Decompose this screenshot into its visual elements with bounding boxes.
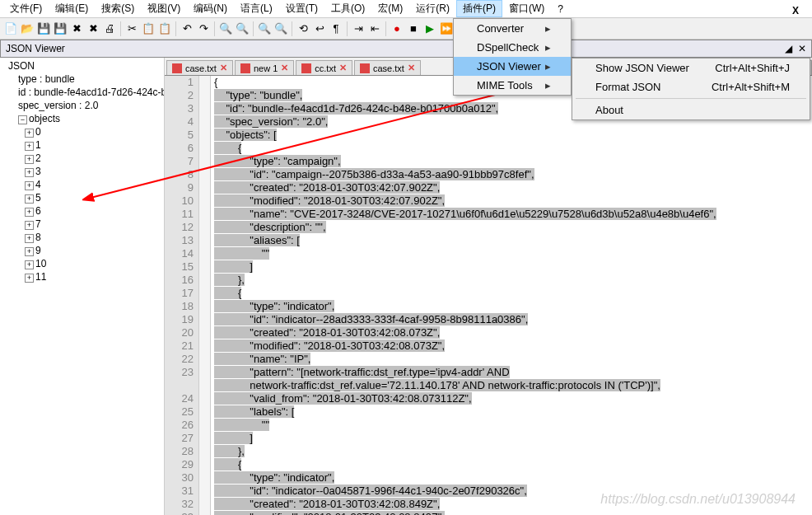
wrap-icon[interactable]: ↩ [312, 21, 327, 36]
menu-edit[interactable]: 编辑(E) [49, 0, 95, 17]
find-icon[interactable]: 🔍 [218, 21, 233, 36]
play-multi-icon[interactable]: ⏩ [439, 21, 454, 36]
replace-icon[interactable]: 🔍 [235, 21, 250, 36]
shortcut-label: Ctrl+Alt+Shift+M [712, 81, 790, 93]
zoom-out-icon[interactable]: 🔍 [273, 21, 288, 36]
expand-icon[interactable]: + [25, 155, 34, 164]
expand-icon[interactable]: + [25, 194, 34, 204]
expand-icon[interactable]: + [25, 129, 34, 138]
zoom-in-icon[interactable]: 🔍 [257, 21, 272, 36]
toolbar-separator [214, 21, 215, 36]
expand-icon[interactable]: + [25, 168, 34, 177]
undo-icon[interactable]: ↶ [180, 21, 194, 36]
toolbar: 📄 📂 💾 💾 ✖ ✖ 🖨 ✂ 📋 📋 ↶ ↷ 🔍 🔍 🔍 🔍 ⟲ ↩ ¶ ⇥ … [0, 18, 812, 40]
outdent-icon[interactable]: ⇤ [367, 21, 382, 36]
collapse-icon[interactable]: − [18, 115, 27, 124]
menu-bar: 文件(F) 编辑(E) 搜索(S) 视图(V) 编码(N) 语言(L) 设置(T… [0, 0, 812, 18]
expand-icon[interactable]: + [25, 274, 34, 283]
save-icon[interactable]: 💾 [36, 21, 51, 36]
json-viewer-panel-title: JSON Viewer ◢ ✕ [0, 40, 812, 58]
print-icon[interactable]: 🖨 [102, 21, 117, 36]
expand-icon[interactable]: + [25, 142, 34, 151]
paste-icon[interactable]: 📋 [157, 21, 172, 36]
menu-language[interactable]: 语言(L) [234, 0, 279, 17]
menu-separator [576, 98, 806, 99]
redo-icon[interactable]: ↷ [196, 21, 211, 36]
toolbar-separator [385, 21, 386, 36]
toolbar-separator [175, 21, 176, 36]
new-file-icon[interactable]: 📄 [3, 21, 18, 36]
toolbar-separator [253, 21, 254, 36]
save-all-icon[interactable]: 💾 [53, 21, 68, 36]
shortcut-label: Ctrl+Alt+Shift+J [715, 62, 790, 74]
menu-file[interactable]: 文件(F) [3, 0, 49, 17]
tree-object-item[interactable]: +8 [2, 231, 162, 244]
open-icon[interactable]: 📂 [20, 21, 35, 36]
svg-line-0 [91, 78, 560, 198]
plugins-menu: Converter▸ DSpellCheck▸ JSON Viewer▸ MIM… [453, 18, 572, 96]
chevron-right-icon: ▸ [545, 60, 551, 73]
tree-object-item[interactable]: +10 [2, 257, 162, 270]
menu-run[interactable]: 运行(R) [409, 0, 456, 17]
panel-close-icon[interactable]: ✕ [798, 43, 806, 54]
close-file-icon[interactable]: ✖ [69, 21, 84, 36]
watermark: https://blog.csdn.net/u013908944 [600, 492, 796, 507]
toolbar-separator [347, 21, 348, 36]
panel-title-text: JSON Viewer [6, 43, 65, 54]
menu-show-json-viewer[interactable]: Show JSON ViewerCtrl+Alt+Shift+J [572, 59, 810, 77]
menu-view[interactable]: 视图(V) [141, 0, 187, 17]
toolbar-separator [292, 21, 292, 36]
toolbar-separator [120, 21, 121, 36]
menu-converter[interactable]: Converter▸ [454, 19, 571, 38]
menu-macro[interactable]: 宏(M) [371, 0, 409, 17]
menu-plugins[interactable]: 插件(P) [456, 0, 502, 17]
menu-encoding[interactable]: 编码(N) [187, 0, 234, 17]
tree-object-item[interactable]: +9 [2, 244, 162, 257]
menu-dspellcheck[interactable]: DSpellCheck▸ [454, 38, 571, 57]
expand-icon[interactable]: + [25, 247, 34, 256]
menu-settings[interactable]: 设置(T) [279, 0, 324, 17]
tree-object-item[interactable]: +7 [2, 218, 162, 231]
cut-icon[interactable]: ✂ [124, 21, 139, 36]
hidden-chars-icon[interactable]: ¶ [329, 21, 343, 36]
menu-tools[interactable]: 工具(O) [324, 0, 371, 17]
chevron-right-icon: ▸ [545, 79, 551, 91]
indent-icon[interactable]: ⇥ [351, 21, 366, 36]
menu-json-viewer[interactable]: JSON Viewer▸ [454, 57, 571, 76]
menu-mime-tools[interactable]: MIME Tools▸ [454, 76, 571, 95]
menu-about[interactable]: About [572, 101, 810, 119]
chevron-right-icon: ▸ [545, 41, 551, 54]
record-icon[interactable]: ● [390, 21, 404, 36]
close-icon[interactable]: X [786, 3, 805, 18]
expand-icon[interactable]: + [25, 221, 34, 230]
menu-search[interactable]: 搜索(S) [95, 0, 141, 17]
sync-icon[interactable]: ⟲ [296, 21, 310, 36]
tree-object-item[interactable]: +11 [2, 270, 162, 283]
expand-icon[interactable]: + [25, 208, 34, 217]
menu-help[interactable]: ? [551, 2, 570, 16]
json-viewer-submenu: Show JSON ViewerCtrl+Alt+Shift+J Format … [572, 58, 810, 120]
close-all-icon[interactable]: ✖ [86, 21, 100, 36]
expand-icon[interactable]: + [25, 260, 34, 269]
menu-window[interactable]: 窗口(W) [502, 0, 551, 17]
expand-icon[interactable]: + [25, 181, 34, 190]
chevron-right-icon: ▸ [545, 22, 551, 35]
panel-undock-icon[interactable]: ◢ [785, 43, 792, 54]
menu-format-json[interactable]: Format JSONCtrl+Alt+Shift+M [572, 77, 810, 96]
expand-icon[interactable]: + [25, 234, 34, 243]
play-icon[interactable]: ▶ [422, 21, 437, 36]
stop-icon[interactable]: ■ [406, 21, 421, 36]
copy-icon[interactable]: 📋 [141, 21, 156, 36]
